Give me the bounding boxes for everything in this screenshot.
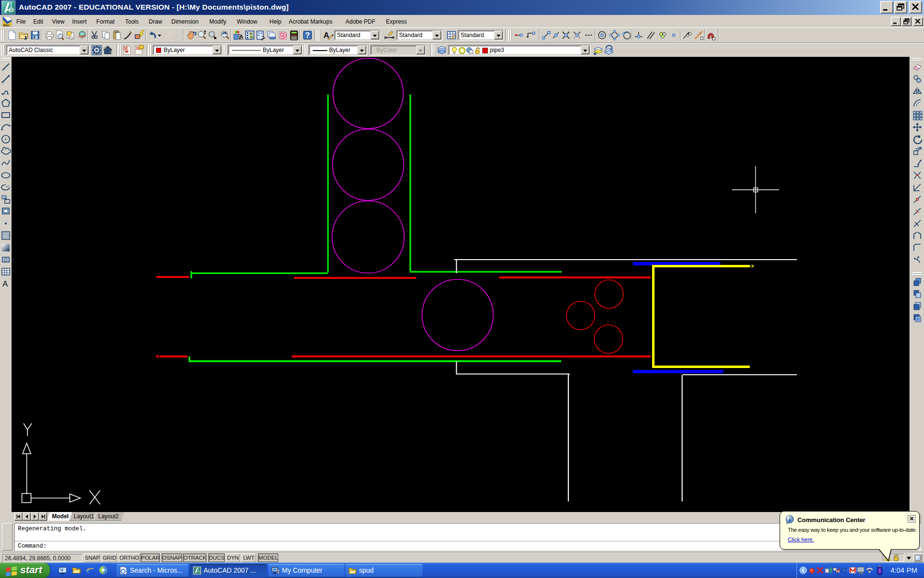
svg-text:A: A: [2, 279, 8, 289]
svg-text:?: ?: [305, 31, 310, 39]
svg-text:DWG: DWG: [3, 24, 10, 27]
